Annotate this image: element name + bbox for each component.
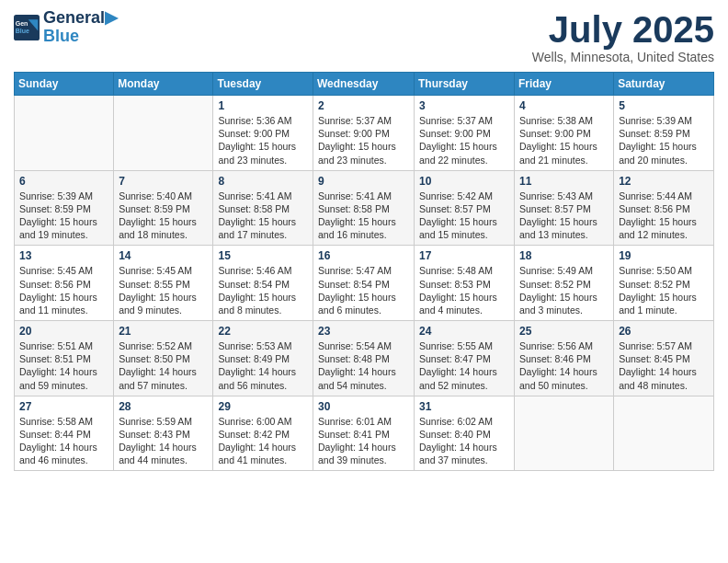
day-info: Sunrise: 5:38 AM Sunset: 9:00 PM Dayligh… <box>519 114 609 167</box>
calendar-cell: 11Sunrise: 5:43 AM Sunset: 8:57 PM Dayli… <box>515 170 614 246</box>
day-header-wednesday: Wednesday <box>313 73 415 96</box>
day-info: Sunrise: 5:37 AM Sunset: 9:00 PM Dayligh… <box>419 114 509 167</box>
calendar-cell: 9Sunrise: 5:41 AM Sunset: 8:58 PM Daylig… <box>313 170 415 246</box>
day-number: 5 <box>619 99 709 112</box>
calendar-cell: 31Sunrise: 6:02 AM Sunset: 8:40 PM Dayli… <box>415 396 515 471</box>
day-info: Sunrise: 5:43 AM Sunset: 8:57 PM Dayligh… <box>519 190 609 242</box>
day-number: 14 <box>119 249 208 262</box>
logo-icon: Gen Blue <box>14 15 40 40</box>
day-info: Sunrise: 6:00 AM Sunset: 8:42 PM Dayligh… <box>218 415 308 467</box>
day-info: Sunrise: 5:56 AM Sunset: 8:46 PM Dayligh… <box>519 339 609 392</box>
day-info: Sunrise: 5:53 AM Sunset: 8:49 PM Dayligh… <box>218 339 308 392</box>
calendar-cell <box>114 96 213 171</box>
day-number: 21 <box>119 325 208 338</box>
day-number: 4 <box>519 99 609 112</box>
day-number: 8 <box>218 175 308 188</box>
day-number: 12 <box>619 175 709 188</box>
day-info: Sunrise: 5:39 AM Sunset: 8:59 PM Dayligh… <box>619 114 709 167</box>
day-header-monday: Monday <box>114 73 213 96</box>
day-number: 24 <box>419 325 509 338</box>
day-number: 20 <box>19 325 108 338</box>
calendar-cell: 16Sunrise: 5:47 AM Sunset: 8:54 PM Dayli… <box>313 246 415 321</box>
calendar-cell: 6Sunrise: 5:39 AM Sunset: 8:59 PM Daylig… <box>15 170 114 246</box>
calendar-cell: 2Sunrise: 5:37 AM Sunset: 9:00 PM Daylig… <box>313 96 415 171</box>
calendar-week-row: 13Sunrise: 5:45 AM Sunset: 8:56 PM Dayli… <box>15 246 714 321</box>
day-info: Sunrise: 5:41 AM Sunset: 8:58 PM Dayligh… <box>218 190 308 242</box>
calendar-cell: 17Sunrise: 5:48 AM Sunset: 8:53 PM Dayli… <box>415 246 515 321</box>
day-number: 29 <box>218 400 308 413</box>
calendar-cell: 18Sunrise: 5:49 AM Sunset: 8:52 PM Dayli… <box>515 246 614 321</box>
day-info: Sunrise: 5:51 AM Sunset: 8:51 PM Dayligh… <box>19 339 108 392</box>
calendar-header-row: SundayMondayTuesdayWednesdayThursdayFrid… <box>15 73 714 96</box>
logo-text-line2: Blue <box>43 28 118 46</box>
calendar-cell: 4Sunrise: 5:38 AM Sunset: 9:00 PM Daylig… <box>515 96 614 171</box>
calendar-cell: 24Sunrise: 5:55 AM Sunset: 8:47 PM Dayli… <box>415 321 515 396</box>
calendar-week-row: 6Sunrise: 5:39 AM Sunset: 8:59 PM Daylig… <box>15 170 714 246</box>
day-info: Sunrise: 5:45 AM Sunset: 8:56 PM Dayligh… <box>19 264 108 316</box>
calendar-cell: 29Sunrise: 6:00 AM Sunset: 8:42 PM Dayli… <box>213 396 313 471</box>
day-info: Sunrise: 5:54 AM Sunset: 8:48 PM Dayligh… <box>318 339 409 392</box>
calendar-week-row: 27Sunrise: 5:58 AM Sunset: 8:44 PM Dayli… <box>15 396 714 471</box>
day-number: 16 <box>318 249 409 262</box>
day-header-friday: Friday <box>515 73 614 96</box>
day-number: 7 <box>119 175 208 188</box>
day-number: 19 <box>619 249 709 262</box>
day-info: Sunrise: 5:59 AM Sunset: 8:43 PM Dayligh… <box>119 415 208 467</box>
calendar-cell <box>15 96 114 171</box>
calendar-subtitle: Wells, Minnesota, United States <box>532 50 714 64</box>
day-number: 6 <box>19 175 108 188</box>
calendar-cell: 3Sunrise: 5:37 AM Sunset: 9:00 PM Daylig… <box>415 96 515 171</box>
calendar-table: SundayMondayTuesdayWednesdayThursdayFrid… <box>14 72 714 471</box>
calendar-cell: 13Sunrise: 5:45 AM Sunset: 8:56 PM Dayli… <box>15 246 114 321</box>
day-number: 22 <box>218 325 308 338</box>
calendar-cell: 28Sunrise: 5:59 AM Sunset: 8:43 PM Dayli… <box>114 396 213 471</box>
day-info: Sunrise: 5:57 AM Sunset: 8:45 PM Dayligh… <box>619 339 709 392</box>
day-number: 9 <box>318 175 409 188</box>
calendar-cell: 27Sunrise: 5:58 AM Sunset: 8:44 PM Dayli… <box>15 396 114 471</box>
day-info: Sunrise: 5:47 AM Sunset: 8:54 PM Dayligh… <box>318 264 409 316</box>
day-number: 13 <box>19 249 108 262</box>
day-info: Sunrise: 5:52 AM Sunset: 8:50 PM Dayligh… <box>119 339 208 392</box>
day-info: Sunrise: 5:50 AM Sunset: 8:52 PM Dayligh… <box>619 264 709 316</box>
day-number: 27 <box>19 400 108 413</box>
calendar-cell: 19Sunrise: 5:50 AM Sunset: 8:52 PM Dayli… <box>614 246 714 321</box>
day-info: Sunrise: 5:44 AM Sunset: 8:56 PM Dayligh… <box>619 190 709 242</box>
calendar-title: July 2025 <box>532 9 714 50</box>
day-header-sunday: Sunday <box>15 73 114 96</box>
day-info: Sunrise: 5:55 AM Sunset: 8:47 PM Dayligh… <box>419 339 509 392</box>
day-info: Sunrise: 5:58 AM Sunset: 8:44 PM Dayligh… <box>19 415 108 467</box>
calendar-week-row: 1Sunrise: 5:36 AM Sunset: 9:00 PM Daylig… <box>15 96 714 171</box>
day-info: Sunrise: 5:40 AM Sunset: 8:59 PM Dayligh… <box>119 190 208 242</box>
calendar-cell <box>614 396 714 471</box>
day-number: 25 <box>519 325 609 338</box>
calendar-cell: 25Sunrise: 5:56 AM Sunset: 8:46 PM Dayli… <box>515 321 614 396</box>
day-number: 2 <box>318 99 409 112</box>
day-info: Sunrise: 6:01 AM Sunset: 8:41 PM Dayligh… <box>318 415 409 467</box>
calendar-cell: 14Sunrise: 5:45 AM Sunset: 8:55 PM Dayli… <box>114 246 213 321</box>
day-info: Sunrise: 5:45 AM Sunset: 8:55 PM Dayligh… <box>119 264 208 316</box>
calendar-cell: 15Sunrise: 5:46 AM Sunset: 8:54 PM Dayli… <box>213 246 313 321</box>
day-info: Sunrise: 5:39 AM Sunset: 8:59 PM Dayligh… <box>19 190 108 242</box>
day-info: Sunrise: 5:48 AM Sunset: 8:53 PM Dayligh… <box>419 264 509 316</box>
day-number: 10 <box>419 175 509 188</box>
calendar-cell <box>515 396 614 471</box>
calendar-cell: 5Sunrise: 5:39 AM Sunset: 8:59 PM Daylig… <box>614 96 714 171</box>
day-header-saturday: Saturday <box>614 73 714 96</box>
calendar-cell: 1Sunrise: 5:36 AM Sunset: 9:00 PM Daylig… <box>213 96 313 171</box>
svg-text:Blue: Blue <box>16 28 29 34</box>
page-header: Gen Blue General▶ Blue July 2025 Wells, … <box>14 9 714 64</box>
day-number: 1 <box>218 99 308 112</box>
day-number: 3 <box>419 99 509 112</box>
calendar-cell: 12Sunrise: 5:44 AM Sunset: 8:56 PM Dayli… <box>614 170 714 246</box>
title-block: July 2025 Wells, Minnesota, United State… <box>532 9 714 64</box>
day-number: 30 <box>318 400 409 413</box>
svg-text:Gen: Gen <box>16 20 28 27</box>
day-info: Sunrise: 6:02 AM Sunset: 8:40 PM Dayligh… <box>419 415 509 467</box>
calendar-cell: 7Sunrise: 5:40 AM Sunset: 8:59 PM Daylig… <box>114 170 213 246</box>
day-info: Sunrise: 5:42 AM Sunset: 8:57 PM Dayligh… <box>419 190 509 242</box>
calendar-cell: 30Sunrise: 6:01 AM Sunset: 8:41 PM Dayli… <box>313 396 415 471</box>
day-number: 23 <box>318 325 409 338</box>
logo-text-line1: General▶ <box>43 9 118 28</box>
calendar-cell: 22Sunrise: 5:53 AM Sunset: 8:49 PM Dayli… <box>213 321 313 396</box>
day-info: Sunrise: 5:36 AM Sunset: 9:00 PM Dayligh… <box>218 114 308 167</box>
